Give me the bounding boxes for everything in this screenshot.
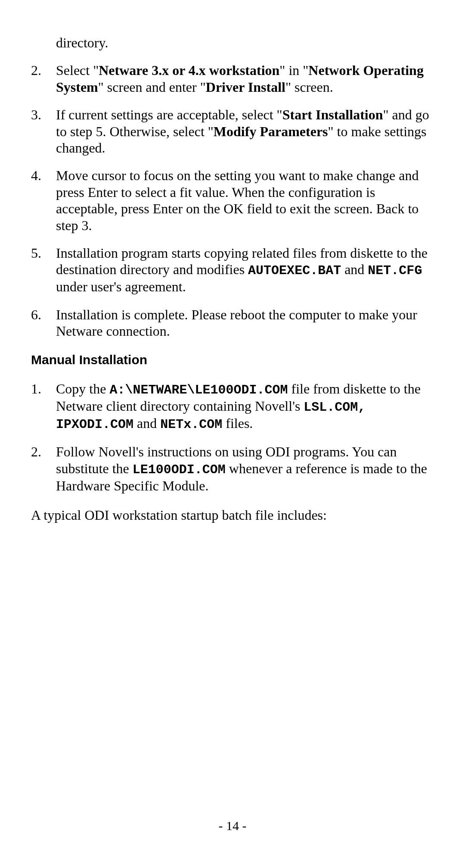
continuation-text: directory.	[56, 34, 434, 51]
bold-term: Modify Parameters	[214, 124, 328, 139]
closing-paragraph: A typical ODI workstation startup batch …	[31, 507, 434, 523]
step-text: Move cursor to focus on the setting you …	[56, 167, 434, 234]
section-heading: Manual Installation	[31, 352, 434, 368]
manual-step-1: 1. Copy the A:\NETWARE\LE100ODI.COM file…	[31, 381, 434, 432]
code-term: NETx.COM	[160, 417, 222, 432]
text-segment: " screen.	[285, 79, 333, 95]
text-segment: and	[133, 415, 160, 431]
code-term: A:\NETWARE\LE100ODI.COM	[109, 383, 288, 397]
text-segment: " screen and enter "	[98, 79, 206, 95]
page-number: - 14 -	[0, 818, 465, 834]
step-text: Select "Netware 3.x or 4.x workstation" …	[56, 62, 434, 95]
text-segment: If current settings are acceptable, sele…	[56, 107, 282, 122]
code-term: LE100ODI.COM	[133, 462, 226, 477]
step-6: 6. Installation is complete. Please rebo…	[31, 306, 434, 340]
step-number: 4.	[31, 167, 56, 184]
text-segment: and	[341, 262, 368, 277]
step-text: Installation is complete. Please reboot …	[56, 306, 434, 340]
manual-step-2: 2. Follow Novell's instructions on using…	[31, 443, 434, 494]
step-number: 5.	[31, 245, 56, 261]
bold-term: Start Installation	[282, 107, 383, 122]
step-text: Follow Novell's instructions on using OD…	[56, 443, 434, 494]
step-5: 5. Installation program starts copying r…	[31, 245, 434, 295]
step-number: 3.	[31, 106, 56, 123]
bold-term: Driver Install	[206, 79, 285, 95]
text-segment: " in "	[279, 62, 308, 78]
step-number: 2.	[31, 62, 56, 78]
code-term: NET.CFG	[368, 263, 422, 278]
step-number: 6.	[31, 306, 56, 323]
text-segment: under user's agreement.	[56, 279, 186, 294]
text-segment: Copy the	[56, 381, 109, 397]
step-3: 3. If current settings are acceptable, s…	[31, 106, 434, 156]
step-text: Copy the A:\NETWARE\LE100ODI.COM file fr…	[56, 381, 434, 432]
step-text: Installation program starts copying rela…	[56, 245, 434, 295]
step-2: 2. Select "Netware 3.x or 4.x workstatio…	[31, 62, 434, 95]
bold-term: Netware 3.x or 4.x workstation	[99, 62, 279, 78]
code-term: AUTOEXEC.BAT	[248, 263, 341, 278]
step-number: 1.	[31, 381, 56, 397]
text-segment: files.	[222, 415, 253, 431]
step-text: If current settings are acceptable, sele…	[56, 106, 434, 156]
text-segment: Select "	[56, 62, 99, 78]
step-4: 4. Move cursor to focus on the setting y…	[31, 167, 434, 234]
step-number: 2.	[31, 443, 56, 460]
